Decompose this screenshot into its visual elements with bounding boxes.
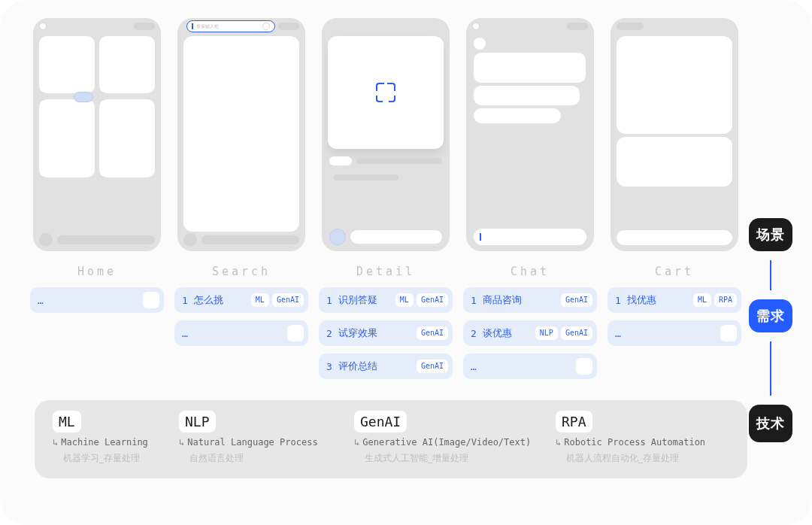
need-placeholder: [576, 358, 592, 375]
need-placeholder: [287, 325, 304, 341]
stage-need: 需求: [749, 299, 792, 332]
need-text: 识别答疑: [338, 293, 389, 307]
need-index: …: [471, 361, 477, 372]
need-index: 1: [182, 295, 188, 306]
need-card[interactable]: …: [607, 320, 741, 346]
need-card[interactable]: 1商品咨询GenAI: [463, 287, 597, 313]
tech-tag: ML: [251, 293, 269, 307]
phone-mock-detail: [322, 18, 450, 251]
tech-tag: RPA: [714, 293, 737, 307]
tech-tag: NLP: [535, 326, 558, 340]
tech-tag: GenAI: [417, 326, 448, 340]
tech-cn: 自然语言处理: [189, 452, 348, 465]
need-placeholder: [143, 292, 159, 308]
phone-mock-cart: [611, 18, 738, 251]
col-label: Home: [77, 265, 117, 278]
columns-row: Home … 搜索输入框 Search 1怎么挑MLGenAI…: [33, 18, 747, 379]
diagram-canvas: Home … 搜索输入框 Search 1怎么挑MLGenAI…: [0, 0, 812, 525]
tech-tag: GenAI: [272, 293, 304, 307]
phone-mock-home: [33, 18, 161, 251]
col-search: 搜索输入框 Search 1怎么挑MLGenAI…: [177, 18, 305, 346]
tech-tag: ML: [395, 293, 414, 307]
need-card[interactable]: 2谈优惠NLPGenAI: [463, 320, 597, 346]
stage-scene: 场景: [749, 218, 792, 251]
arrow-icon: ↳: [53, 437, 58, 448]
need-card[interactable]: …: [30, 287, 164, 313]
need-index: 2: [471, 328, 477, 339]
tech-tag: GenAI: [417, 360, 448, 373]
need-index: 3: [326, 361, 332, 372]
tech-full: ↳Generative AI(Image/Video/Text): [354, 437, 550, 448]
tech-tag: GenAI: [417, 293, 448, 307]
needs-detail: 1识别答疑MLGenAI2试穿效果GenAI3评价总结GenAI: [319, 287, 453, 379]
col-cart: Cart 1找优惠MLRPA…: [611, 18, 738, 346]
tech-strip: ML↳Machine Learning机器学习_存量处理NLP↳Natural …: [35, 400, 747, 478]
need-card[interactable]: 1怎么挑MLGenAI: [174, 287, 308, 313]
need-tags: MLRPA: [693, 293, 737, 307]
tech-full: ↳Robotic Process Automation: [556, 437, 736, 448]
tech-badge: RPA: [556, 411, 592, 432]
arrow-icon: ↳: [354, 437, 359, 448]
tech-item: NLP↳Natural Language Process自然语言处理: [179, 411, 348, 465]
tech-item: GenAI↳Generative AI(Image/Video/Text)生成式…: [354, 411, 550, 465]
needs-chat: 1商品咨询GenAI2谈优惠NLPGenAI…: [463, 287, 597, 379]
need-index: …: [38, 295, 44, 306]
camera-icon: [262, 23, 270, 30]
need-card[interactable]: …: [463, 354, 597, 379]
col-label: Cart: [655, 265, 694, 278]
need-tags: NLPGenAI: [535, 326, 592, 340]
need-index: 1: [326, 295, 332, 306]
need-index: 1: [471, 295, 477, 306]
col-label: Detail: [356, 265, 415, 278]
need-tags: MLGenAI: [395, 293, 448, 307]
tech-cn: 机器人流程自动化_存量处理: [566, 452, 736, 465]
need-card[interactable]: 2试穿效果GenAI: [319, 320, 453, 346]
phone-mock-search: 搜索输入框: [177, 18, 305, 251]
tech-item: RPA↳Robotic Process Automation机器人流程自动化_存…: [556, 411, 736, 465]
need-index: 2: [326, 328, 332, 339]
arrow-icon: ↳: [556, 437, 561, 448]
need-text: 谈优惠: [483, 326, 529, 340]
col-label: Search: [212, 265, 271, 278]
tech-full: ↳Machine Learning: [53, 437, 173, 448]
col-chat: Chat 1商品咨询GenAI2谈优惠NLPGenAI…: [466, 18, 594, 379]
tech-full: ↳Natural Language Process: [179, 437, 348, 448]
need-card[interactable]: 3评价总结GenAI: [319, 354, 453, 379]
search-input[interactable]: 搜索输入框: [186, 20, 275, 32]
need-placeholder: [720, 325, 737, 341]
needs-search: 1怎么挑MLGenAI…: [174, 287, 308, 346]
tech-tag: ML: [693, 293, 711, 307]
tech-cn: 生成式人工智能_增量处理: [365, 452, 550, 465]
need-text: 评价总结: [338, 360, 411, 373]
need-tags: GenAI: [417, 326, 448, 340]
phone-mock-chat: [466, 18, 594, 251]
need-text: 怎么挑: [194, 293, 245, 307]
need-tags: MLGenAI: [251, 293, 304, 307]
needs-cart: 1找优惠MLRPA…: [607, 287, 741, 346]
col-label: Chat: [511, 265, 550, 278]
need-text: 找优惠: [627, 293, 687, 307]
needs-home: …: [30, 287, 164, 313]
need-card[interactable]: …: [174, 320, 308, 346]
need-index: …: [182, 328, 188, 339]
need-tags: GenAI: [561, 293, 592, 307]
tech-tag: GenAI: [561, 293, 592, 307]
col-home: Home …: [33, 18, 161, 313]
scan-icon: [376, 83, 395, 102]
need-text: 试穿效果: [338, 326, 411, 340]
chat-input[interactable]: [474, 229, 586, 245]
stage-rail: 场景 需求 技术: [749, 218, 792, 442]
need-index: 1: [615, 295, 621, 306]
need-text: 商品咨询: [483, 293, 555, 307]
col-detail: Detail 1识别答疑MLGenAI2试穿效果GenAI3评价总结GenAI: [322, 18, 450, 379]
stage-tech: 技术: [749, 405, 792, 442]
need-card[interactable]: 1找优惠MLRPA: [607, 287, 741, 313]
tech-badge: GenAI: [354, 411, 407, 432]
selected-chip: [74, 92, 93, 102]
need-card[interactable]: 1识别答疑MLGenAI: [319, 287, 453, 313]
tech-cn: 机器学习_存量处理: [63, 452, 173, 465]
tech-tag: GenAI: [561, 326, 592, 340]
need-index: …: [615, 328, 621, 339]
tech-badge: ML: [53, 411, 81, 432]
tech-item: ML↳Machine Learning机器学习_存量处理: [53, 411, 173, 465]
